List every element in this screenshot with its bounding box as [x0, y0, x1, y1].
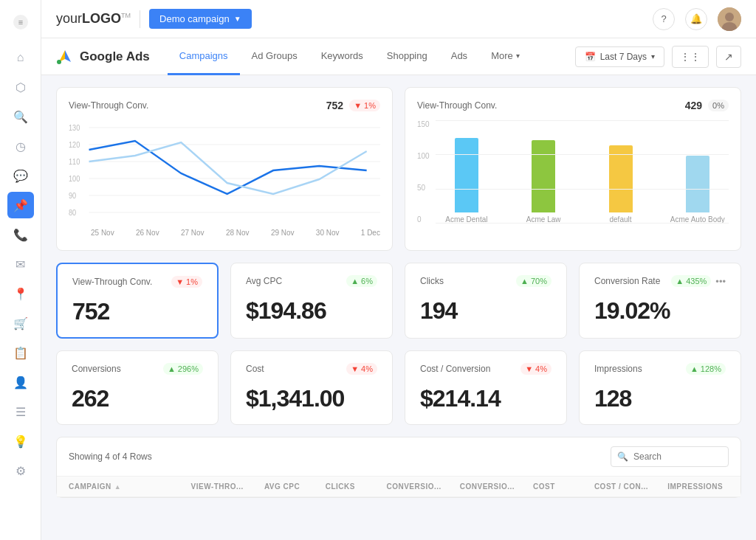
- more-options-button[interactable]: •••: [715, 276, 726, 287]
- svg-text:100: 100: [69, 175, 80, 183]
- divider: [140, 10, 140, 28]
- table-column-headers: CAMPAIGN ▲ VIEW-THRO... AVG CPC CLICKS C…: [57, 477, 740, 497]
- metric-avg-cpc-value: $194.86: [246, 297, 377, 325]
- bulb-icon[interactable]: 💡: [7, 428, 34, 454]
- svg-text:120: 120: [69, 141, 80, 149]
- metric-card-conversions: Conversions ▲ 296% 262: [56, 350, 219, 425]
- col-clicks[interactable]: CLICKS: [326, 482, 387, 491]
- right-chart-badge: 0%: [708, 100, 729, 111]
- tab-ad-groups[interactable]: Ad Groups: [240, 38, 309, 75]
- metric-cost-title: Cost: [246, 364, 264, 374]
- tab-shopping[interactable]: Shopping: [375, 38, 439, 75]
- tab-more[interactable]: More ▾: [479, 38, 532, 75]
- user-icon[interactable]: 👤: [7, 369, 34, 395]
- col-impressions[interactable]: IMPRESSIONS: [667, 482, 729, 491]
- col-view-through[interactable]: VIEW-THRO...: [191, 482, 264, 491]
- col-cost-conversion[interactable]: COST / CON...: [594, 482, 667, 491]
- header-right: ? 🔔: [653, 7, 741, 31]
- bar-acme-auto: Acme Auto Body: [667, 120, 729, 224]
- date-arrow-icon: ▾: [651, 52, 655, 60]
- left-chart-value-group: 752 ▼ 1%: [326, 100, 380, 111]
- bar-acme-law: Acme Law: [512, 120, 574, 224]
- bar-acme-auto-bar: [686, 156, 709, 212]
- metric-conversion-rate-header: Conversion Rate ▲ 435% •••: [594, 275, 726, 287]
- avatar[interactable]: [718, 7, 741, 31]
- metric-cost-conversion-badge: ▼ 4%: [520, 363, 551, 375]
- right-chart-area: 150 100 50 0: [417, 120, 729, 238]
- list-icon[interactable]: ☰: [7, 398, 34, 425]
- search-sidebar-icon[interactable]: 🔍: [7, 103, 34, 130]
- share-button[interactable]: ↗: [716, 46, 741, 68]
- tab-ads[interactable]: Ads: [439, 38, 479, 75]
- left-chart-area: 130 120 110 100 90 80 25 Nov 26 Nov: [69, 120, 380, 238]
- date-range-label: Last 7 Days: [600, 52, 647, 62]
- col-avg-cpc[interactable]: AVG CPC: [264, 482, 326, 491]
- svg-marker-7: [65, 50, 71, 62]
- sidebar: ≡ ⌂ ⬡ 🔍 ◷ 💬 📌 📞 ✉ 📍 🛒 📋 👤 ☰ 💡 ⚙: [0, 0, 41, 540]
- metric-avg-cpc-title: Avg CPC: [246, 276, 282, 286]
- help-button[interactable]: ?: [653, 8, 675, 30]
- col-campaign[interactable]: CAMPAIGN ▲: [69, 482, 191, 491]
- right-chart-header: View-Through Conv. 429 0%: [417, 100, 729, 111]
- report-icon[interactable]: 📋: [7, 339, 34, 366]
- col-conversions2[interactable]: CONVERSIO...: [460, 482, 533, 491]
- metric-cost-badge: ▼ 4%: [346, 363, 377, 375]
- clock-icon[interactable]: ◷: [7, 133, 34, 159]
- bar-default-bar: [609, 145, 633, 212]
- metric-conversion-rate-title: Conversion Rate: [594, 276, 660, 286]
- demo-campaign-button[interactable]: Demo campaign ▼: [149, 9, 252, 29]
- more-chevron-icon: ▾: [516, 52, 520, 60]
- svg-text:130: 130: [69, 124, 80, 132]
- metric-impressions-title: Impressions: [594, 364, 642, 374]
- bar-chart-y-axis: 150 100 50 0: [417, 120, 430, 238]
- columns-button[interactable]: ⋮⋮: [672, 46, 709, 68]
- col-cost[interactable]: COST: [533, 482, 594, 491]
- notifications-button[interactable]: 🔔: [685, 8, 707, 30]
- metric-clicks-badge: ▲ 70%: [516, 275, 551, 287]
- nav-left: Google Ads Campaigns Ad Groups Keywords …: [56, 38, 532, 75]
- metric-card-avg-cpc: Avg CPC ▲ 6% $194.86: [230, 263, 393, 339]
- metric-avg-cpc-header: Avg CPC ▲ 6%: [246, 275, 377, 287]
- bar-default: default: [589, 120, 651, 224]
- settings-icon[interactable]: ⚙: [7, 457, 34, 484]
- bars-container: Acme Dental Acme Law default Acme A: [436, 120, 729, 238]
- tab-campaigns[interactable]: Campaigns: [168, 38, 240, 75]
- table-search-input[interactable]: [611, 446, 729, 467]
- metric-card-cost: Cost ▼ 4% $1,341.00: [230, 350, 393, 425]
- metric-conversion-rate-badge: ▲ 435%: [671, 275, 711, 287]
- metric-impressions-value: 128: [594, 385, 726, 412]
- grid-icon[interactable]: ⬡: [7, 74, 34, 100]
- location-icon[interactable]: 📍: [7, 280, 34, 307]
- metric-avg-cpc-badge: ▲ 6%: [346, 275, 377, 287]
- line-chart-x-labels: 25 Nov 26 Nov 27 Nov 28 Nov 29 Nov 30 No…: [69, 226, 380, 237]
- right-chart-value-group: 429 0%: [685, 100, 729, 111]
- col-conversions1[interactable]: CONVERSIO...: [386, 482, 459, 491]
- left-chart-value: 752: [326, 100, 343, 111]
- tab-keywords[interactable]: Keywords: [309, 38, 375, 75]
- header-left: yourLOGOTM Demo campaign ▼: [56, 9, 252, 29]
- nav-right: 📅 Last 7 Days ▾ ⋮⋮ ↗: [575, 46, 741, 68]
- metric-cost-value: $1,341.00: [246, 385, 377, 412]
- phone-icon[interactable]: 📞: [7, 221, 34, 248]
- logo-tm: TM: [121, 12, 131, 19]
- bar-acme-auto-label: Acme Auto Body: [670, 215, 725, 224]
- chat-icon[interactable]: 💬: [7, 162, 34, 189]
- date-range-button[interactable]: 📅 Last 7 Days ▾: [575, 46, 664, 67]
- sort-icon: ▲: [114, 483, 121, 491]
- metric-conversions-title: Conversions: [72, 364, 121, 374]
- svg-point-3: [725, 13, 734, 21]
- metric-clicks-title: Clicks: [420, 276, 444, 286]
- bar-acme-dental: Acme Dental: [436, 120, 498, 224]
- home-icon[interactable]: ⌂: [7, 44, 34, 71]
- left-chart-header: View-Through Conv. 752 ▼ 1%: [69, 100, 380, 111]
- left-chart-title: View-Through Conv.: [69, 100, 148, 111]
- mail-icon[interactable]: ✉: [7, 251, 34, 277]
- cart-icon[interactable]: 🛒: [7, 310, 34, 336]
- left-chart-badge: ▼ 1%: [349, 100, 380, 111]
- table-section: Showing 4 of 4 Rows 🔍 CAMPAIGN ▲ VIEW-TH…: [56, 437, 741, 498]
- table-row-count: Showing 4 of 4 Rows: [69, 451, 152, 462]
- metric-conversions-badge: ▲ 296%: [163, 363, 203, 375]
- metric-cost-conversion-header: Cost / Conversion ▼ 4%: [420, 363, 551, 375]
- table-search-icon: 🔍: [617, 451, 628, 462]
- pin-icon[interactable]: 📌: [7, 192, 34, 218]
